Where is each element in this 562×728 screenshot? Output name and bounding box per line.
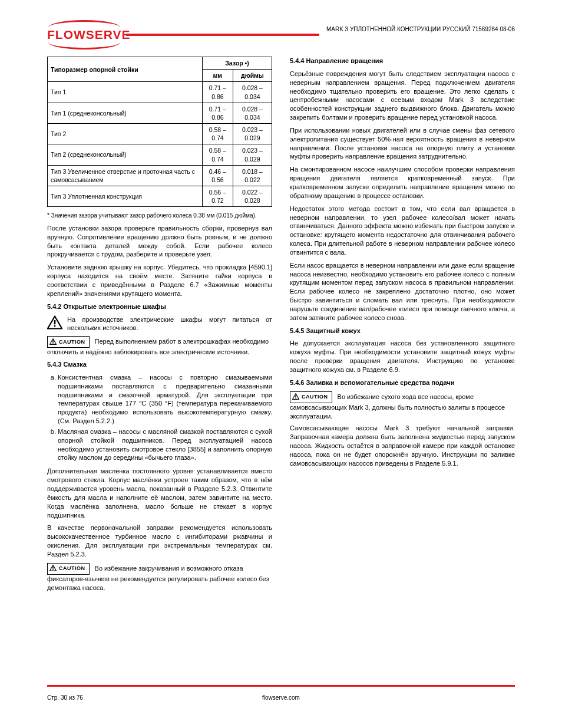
cell: 0.028 – 0.034	[233, 103, 272, 123]
th-mm: мм	[202, 70, 233, 82]
footer-rule	[47, 685, 515, 687]
list-item: Консистентная смазка – насосы с повторно…	[58, 373, 272, 426]
svg-rect-4	[52, 340, 54, 342]
cell: 0.023 – 0.029	[233, 124, 272, 144]
cell: Тип 2 (среднеконсольный)	[48, 144, 203, 165]
svg-rect-10	[295, 395, 296, 397]
paragraph: Дополнительная маслёнка постоянного уров…	[47, 467, 272, 519]
cell: Тип 1 (среднеконсольный)	[48, 103, 203, 123]
table-row: Тип 3 Увеличенное отверстие и проточная …	[48, 165, 272, 186]
cell: Тип 3 Уплотненная конструкция	[48, 186, 203, 207]
paragraph: В качестве первоначальной заправки реком…	[47, 523, 272, 558]
caution-badge: CAUTION	[47, 563, 90, 575]
caution-icon	[49, 565, 57, 572]
svg-rect-7	[52, 567, 54, 569]
table-row: Тип 1 0.71 – 0.86 0.028 – 0.034	[48, 82, 272, 103]
column-left: Типоразмер опорной стойки Зазор •) мм дю…	[47, 57, 272, 595]
cell: 0.023 – 0.029	[233, 144, 272, 165]
caution-icon	[49, 338, 57, 346]
svg-rect-2	[54, 325, 56, 326]
cell: 0.58 – 0.74	[202, 144, 233, 165]
warning-text: На производстве электрические шкафы могу…	[67, 315, 272, 333]
caution-badge: CAUTION	[290, 391, 332, 403]
section-heading: 5.4.4 Направление вращения	[290, 57, 515, 65]
th-frame-size: Типоразмер опорной стойки	[48, 57, 203, 82]
paragraph: Не допускается эксплуатация насоса без у…	[290, 339, 515, 374]
paragraph: При использовании новых двигателей или в…	[290, 126, 515, 161]
cell: 0.022 – 0.028	[233, 186, 272, 207]
caution-icon	[292, 393, 299, 401]
paragraph: Установите заднюю крышку на корпус. Убед…	[47, 263, 272, 298]
section-heading: 5.4.3 Смазка	[47, 360, 272, 369]
cell: 0.71 – 0.86	[202, 82, 233, 103]
section-heading: 5.4.5 Защитный кожух	[290, 327, 515, 335]
cell: Тип 2	[48, 124, 203, 144]
logo: FLOWSERVE	[47, 24, 121, 46]
cell: 0.018 – 0.022	[233, 165, 272, 186]
footer: Стр. 30 из 76 flowserve.com	[47, 694, 515, 701]
th-in: дюймы	[233, 70, 272, 82]
paragraph: Самовсасывающие насосы Mark 3 требуют на…	[290, 424, 515, 467]
list-item: Масляная смазка – насосы с масляной смаз…	[58, 427, 272, 462]
cell: Тип 3 Увеличенное отверстие и проточная …	[48, 165, 203, 186]
table-row: Тип 2 0.58 – 0.74 0.023 – 0.029	[48, 124, 272, 144]
svg-rect-11	[295, 398, 296, 399]
header-rule	[126, 34, 319, 36]
caution-badge: CAUTION	[47, 336, 90, 348]
cell: 0.028 – 0.034	[233, 82, 272, 103]
svg-rect-1	[54, 319, 56, 324]
doc-ref: MARK 3 УПЛОТНЕННОЙ КОНСТРУКЦИИ РУССКИЙ 7…	[326, 26, 515, 32]
table-note: * Значения зазора учитывают зазор рабоче…	[47, 212, 272, 220]
footer-link: flowserve.com	[262, 694, 300, 701]
paragraph: На смонтированном насосе наилучшим спосо…	[290, 165, 515, 200]
table-row: Тип 3 Уплотненная конструкция 0.56 – 0.7…	[48, 186, 272, 207]
paragraph: Серьёзные повреждения могут быть следств…	[290, 70, 515, 122]
cell: Тип 1	[48, 82, 203, 103]
cell: 0.46 – 0.56	[202, 165, 233, 186]
cell: 0.56 – 0.72	[202, 186, 233, 207]
paragraph: Недостаток этого метода состоит в том, ч…	[290, 205, 515, 257]
column-right: 5.4.4 Направление вращения Серьёзные пов…	[290, 57, 515, 595]
warning-icon	[47, 315, 62, 330]
page-number: Стр. 30 из 76	[47, 694, 83, 701]
svg-rect-5	[52, 342, 54, 344]
paragraph: После установки зазора проверьте правиль…	[47, 224, 272, 259]
th-clearance: Зазор •)	[202, 57, 272, 70]
table-row: Тип 2 (среднеконсольный) 0.58 – 0.74 0.0…	[48, 144, 272, 165]
section-heading: 5.4.6 Заливка и вспомогательные средства…	[290, 378, 515, 387]
paragraph: Если насос вращается в неверном направле…	[290, 261, 515, 322]
cell: 0.71 – 0.86	[202, 103, 233, 123]
section-heading: 5.4.2 Открытые электронные шкафы	[47, 302, 272, 311]
svg-rect-8	[52, 569, 54, 571]
table-row: Тип 1 (среднеконсольный) 0.71 – 0.86 0.0…	[48, 103, 272, 123]
cell: 0.58 – 0.74	[202, 124, 233, 144]
clearance-table: Типоразмер опорной стойки Зазор •) мм дю…	[47, 57, 272, 207]
